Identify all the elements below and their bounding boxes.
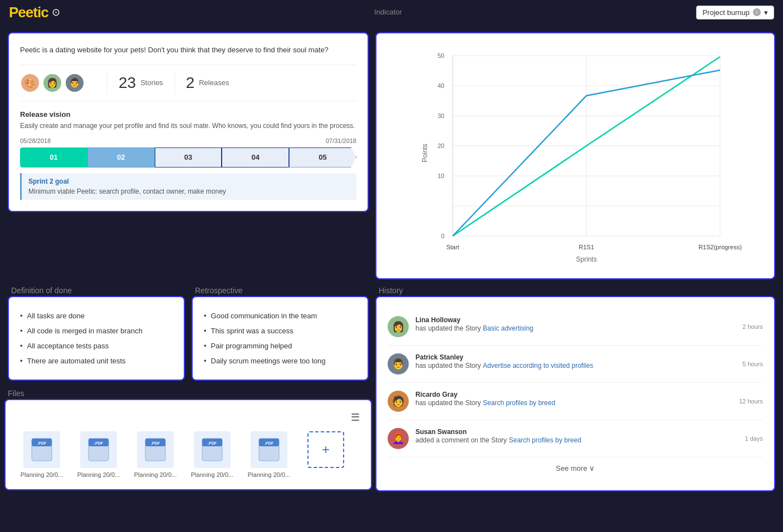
svg-text:.PDF: .PDF <box>37 441 47 445</box>
history-link-1[interactable]: Basic advertising <box>483 324 534 332</box>
svg-text:Points: Points <box>421 144 429 162</box>
definition-list: All tasks are done All code is merged in… <box>20 308 173 368</box>
file-add-icon[interactable]: + <box>307 431 344 468</box>
history-time-3: 12 hours <box>739 398 763 405</box>
file-name-2: Planning 20/0... <box>77 471 120 478</box>
def-item-4: There are automated unit tests <box>20 353 173 368</box>
sprint-bar: 01 02 03 04 05 <box>20 147 356 168</box>
history-content-2: Patrick Stanley has updated the Story Ad… <box>415 353 736 370</box>
history-content-3: Ricardo Gray has updated the Story Searc… <box>415 391 732 407</box>
burnup-dropdown[interactable]: Project burnup i ▾ <box>696 6 774 19</box>
file-icon-2: .PDF <box>80 431 117 468</box>
def-item-3: All acceptance tests pass <box>20 338 173 353</box>
svg-text:10: 10 <box>438 173 444 179</box>
sprint-4[interactable]: 04 <box>222 147 289 168</box>
sprint-goal-title: Sprint 2 goal <box>28 178 350 185</box>
files-menu-icon[interactable]: ☰ <box>351 411 360 423</box>
retrospective-section-label: Retrospective <box>195 286 369 295</box>
history-link-4[interactable]: Search profiles by breed <box>509 436 581 444</box>
history-item-2: 👨 Patrick Stanley has updated the Story … <box>388 346 763 383</box>
files-grid: .PDF Planning 20/0... .PDF Planning 20/0… <box>17 431 360 478</box>
release-vision-title: Release vision <box>20 110 356 119</box>
main-grid: Peetic is a dating website for your pets… <box>0 24 783 499</box>
history-name-1: Lina Holloway <box>415 316 736 324</box>
avatar-1: 🎨 <box>20 73 40 93</box>
stories-label: Stories <box>140 78 163 87</box>
sprint-start-date: 05/28/2018 <box>20 137 51 144</box>
files-section-label: Files <box>8 389 372 398</box>
history-avatar-3: 🧑 <box>388 391 409 412</box>
file-item-4[interactable]: .PDF Planning 20/0... <box>187 431 237 478</box>
logo-chevron-icon[interactable]: ⊙ <box>52 6 60 18</box>
avatar-2: 👩 <box>42 73 62 93</box>
sprint-goal-text: Minimum viable Peetic: search profile, c… <box>28 188 350 195</box>
sprint-5[interactable]: 05 <box>289 147 356 168</box>
team-avatars: 🎨 👩 👨 <box>20 73 85 93</box>
history-item-3: 🧑 Ricardo Gray has updated the Story Sea… <box>388 383 763 420</box>
history-link-2[interactable]: Advertise according to visited profiles <box>483 362 593 370</box>
history-content-1: Lina Holloway has updated the Story Basi… <box>415 316 736 332</box>
sprint-1[interactable]: 01 <box>20 147 87 168</box>
svg-text:Start: Start <box>446 244 459 250</box>
file-name-5: Planning 20/0... <box>248 471 290 478</box>
file-name-3: Planning 20/0... <box>134 471 177 478</box>
svg-text:R1S2(progress): R1S2(progress) <box>698 244 742 250</box>
history-action-4: added a comment on the Story Search prof… <box>415 436 738 444</box>
sprint-end-date: 07/31/2018 <box>326 137 356 144</box>
def-item-2: All code is merged in master branch <box>20 323 173 338</box>
history-avatar-2: 👨 <box>388 353 409 375</box>
sprint-3[interactable]: 03 <box>155 147 222 168</box>
svg-text:.PDF: .PDF <box>208 441 217 445</box>
sprint-2[interactable]: 02 <box>87 147 155 168</box>
history-avatar-1: 👩 <box>388 316 409 337</box>
file-item-2[interactable]: .PDF Planning 20/0... <box>74 431 124 478</box>
history-time-1: 2 hours <box>742 323 763 330</box>
svg-text:Sprints: Sprints <box>576 255 596 263</box>
retrospective-card: Good communication in the team This spri… <box>192 296 369 381</box>
history-card: 👩 Lina Holloway has updated the Story Ba… <box>375 296 775 491</box>
see-more-button[interactable]: See more ∨ <box>388 457 763 479</box>
file-icon-3: .PDF <box>137 431 174 468</box>
history-link-3[interactable]: Search profiles by breed <box>483 399 555 407</box>
history-time-2: 5 hours <box>742 361 763 367</box>
release-vision: Release vision Easily create and manage … <box>20 110 356 131</box>
svg-text:40: 40 <box>438 82 444 89</box>
stat-divider-2 <box>174 72 175 94</box>
indicator-section-label: Indicator <box>374 8 402 16</box>
svg-text:.PDF: .PDF <box>94 441 104 445</box>
definition-of-done-card: All tasks are done All code is merged in… <box>8 296 185 381</box>
file-item-3[interactable]: .PDF Planning 20/0... <box>130 431 180 478</box>
indicator-card: 50 40 30 20 10 0 Points Start R1S1 R1S2(… <box>375 32 775 279</box>
file-icon-1: .PDF <box>23 431 60 468</box>
history-name-4: Susan Swanson <box>415 428 738 436</box>
releases-stat: 2 Releases <box>186 74 229 92</box>
def-item-1: All tasks are done <box>20 308 173 323</box>
stat-divider-1 <box>107 72 107 94</box>
definition-section-label: Definition of done <box>11 286 185 295</box>
burnup-label: Project burnup <box>702 8 750 17</box>
file-item-5[interactable]: .PDF Planning 20/0... <box>244 431 294 478</box>
retro-item-4: Daily scrum meetings were too long <box>204 353 356 368</box>
retro-item-2: This sprint was a success <box>204 323 356 338</box>
chart-area: 50 40 30 20 10 0 Points Start R1S1 R1S2(… <box>388 45 763 267</box>
sprint-goal-box: Sprint 2 goal Minimum viable Peetic: sea… <box>20 173 356 200</box>
history-time-4: 1 days <box>745 435 763 442</box>
history-name-3: Ricardo Gray <box>415 391 732 398</box>
history-avatar-4: 👩‍🦰 <box>388 428 409 449</box>
release-vision-text: Easily create and manage your pet profil… <box>20 121 356 131</box>
logo: Peetic ⊙ <box>9 4 60 21</box>
retro-item-1: Good communication in the team <box>204 308 356 323</box>
file-name-4: Planning 20/0... <box>191 471 233 478</box>
history-action-3: has updated the Story Search profiles by… <box>415 398 732 407</box>
file-item-1[interactable]: .PDF Planning 20/0... <box>17 431 67 478</box>
info-icon: i <box>753 8 761 16</box>
svg-text:50: 50 <box>438 52 444 59</box>
avatar-3: 👨 <box>65 73 85 93</box>
files-card: ☰ .PDF Planning 20/0... <box>4 399 372 490</box>
file-add-button[interactable]: + <box>301 431 351 478</box>
retro-item-3: Pair programming helped <box>204 338 356 353</box>
stories-stat: 23 Stories <box>119 74 163 92</box>
history-section-label: History <box>379 286 775 295</box>
retro-list: Good communication in the team This spri… <box>204 308 356 368</box>
app-name: Peetic <box>9 4 48 21</box>
